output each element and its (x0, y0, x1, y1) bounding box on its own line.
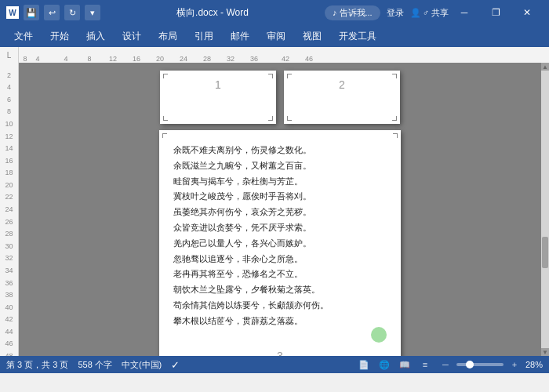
ruler-tick-v: 14 (0, 145, 18, 152)
undo-button[interactable]: ↩ (44, 5, 60, 20)
text-line: 冀枝叶之峻茂兮，愿俟时乎吾将刈。 (173, 189, 387, 205)
ruler-tick-v: 26 (0, 218, 18, 225)
menu-file[interactable]: 文件 (6, 27, 41, 46)
ruler-area: L 8448121620242832364246 (0, 47, 549, 63)
scroll-thumb[interactable] (542, 237, 548, 268)
ruler-tick-v: 18 (0, 169, 18, 176)
text-line: 余既滋兰之九畹兮，又树蕙之百亩。 (173, 158, 387, 174)
ruler-tick-v: 24 (0, 206, 18, 213)
corner-marker-tl (163, 74, 168, 78)
zoom-bar: ─ + 28% (438, 358, 543, 372)
view-read-button[interactable]: 📖 (397, 358, 413, 372)
scroll-down-button[interactable]: ▼ (541, 348, 549, 356)
ruler-tick-v: 44 (0, 328, 18, 335)
text-line: 众皆竞进以贪婪兮，凭不厌乎求索。 (173, 220, 387, 236)
page-number-1: 1 (160, 71, 276, 95)
corner-marker-tr (392, 74, 397, 78)
ruler-tick-v: 4 (0, 84, 18, 91)
ruler-tick: 32 (227, 56, 235, 63)
ruler-tick: 8 (23, 56, 27, 63)
menu-view[interactable]: 视图 (295, 27, 329, 46)
user-button[interactable]: 👤 ♂ 共享 (410, 7, 449, 19)
page-number-2: 2 (284, 71, 400, 95)
corner-marker-tl (162, 133, 167, 138)
ruler-tick: 20 (156, 56, 164, 63)
text-line: 羌内恕己以量人兮，各兴心而嫉妒。 (173, 236, 387, 252)
page-3-content: 余既不难夫离别兮，伤灵修之数化。余既滋兰之九畹兮，又树蕙之百亩。畦留夷与揭车兮，… (159, 130, 401, 342)
ruler-tick-v: 10 (0, 120, 18, 127)
login-button[interactable]: 登录 (387, 7, 404, 19)
zoom-in-button[interactable]: + (507, 358, 522, 372)
corner-marker-bl (163, 116, 168, 121)
text-line: 忽驰骛以追逐兮，非余心之所急。 (173, 252, 387, 267)
ruler-tick-v: 20 (0, 181, 18, 188)
menu-developer[interactable]: 开发工具 (331, 27, 384, 46)
save-button[interactable]: 💾 (24, 5, 39, 20)
view-print-button[interactable]: 📄 (356, 358, 372, 372)
view-web-button[interactable]: 🌐 (376, 358, 392, 372)
ruler-tick-v: 12 (0, 132, 18, 140)
minimize-button[interactable]: ─ (449, 0, 480, 25)
title-bar: W 💾 ↩ ↻ ▾ 横向.docx - Word ♪ 告诉我... 登录 👤 ♂… (0, 0, 549, 25)
zoom-slider[interactable] (456, 363, 504, 366)
view-outline-button[interactable]: ≡ (417, 358, 433, 372)
ruler-tick-v: 34 (0, 267, 18, 274)
ruler-tick-v: 36 (0, 279, 18, 286)
menu-layout[interactable]: 布局 (151, 27, 185, 46)
main-area: 2468101214161820222426283032343638404244… (0, 63, 549, 356)
restore-button[interactable]: ❐ (480, 0, 511, 25)
share-button[interactable]: ♂ 共享 (423, 7, 449, 19)
window-title: 横向.docx - Word (100, 6, 325, 20)
customize-qat-button[interactable]: ▾ (85, 5, 100, 20)
ruler-tick: 42 (282, 56, 289, 63)
ruler-tick: 28 (203, 56, 211, 63)
menu-home[interactable]: 开始 (42, 27, 77, 46)
title-left-controls: W 💾 ↩ ↻ ▾ (6, 5, 100, 20)
menu-design[interactable]: 设计 (115, 27, 149, 46)
zoom-out-button[interactable]: ─ (438, 358, 453, 372)
page-row-top: 1 2 (160, 71, 400, 124)
close-button[interactable]: ✕ (511, 0, 543, 25)
word-icon: W (6, 6, 19, 19)
document-canvas[interactable]: 1 2 余既不难夫离别兮，伤灵修之数化。余既滋兰之九畹兮，又树蕙之百亩。畦留夷与… (19, 63, 541, 356)
word-count: 558 个字 (78, 359, 111, 371)
menu-review[interactable]: 审阅 (259, 27, 293, 46)
ruler-corner: L (0, 47, 19, 63)
redo-button[interactable]: ↻ (64, 5, 80, 20)
corner-marker-bl (287, 116, 292, 121)
page-2: 2 (284, 71, 400, 124)
page-1: 1 (160, 71, 276, 124)
ruler-corner-label: L (7, 51, 12, 60)
tell-me-button[interactable]: ♪ 告诉我... (325, 5, 380, 20)
zoom-thumb (466, 361, 474, 368)
text-line: 老冉再其将至兮，恐修名之不立。 (173, 267, 387, 282)
ruler-tick: 46 (305, 56, 313, 63)
title-right-actions: ♪ 告诉我... 登录 👤 ♂ 共享 (325, 5, 449, 20)
ruler-tick-v: 16 (0, 157, 18, 164)
menu-mailings[interactable]: 邮件 (223, 27, 257, 46)
ruler-tick-v: 2 (0, 71, 18, 78)
ruler-tick: 24 (180, 56, 187, 63)
ruler-tick: 16 (133, 56, 140, 63)
scroll-up-button[interactable]: ▲ (541, 63, 549, 71)
ruler-tick-v: 8 (0, 108, 18, 115)
menu-references[interactable]: 引用 (187, 27, 221, 46)
text-line: 虽萎绝其亦何伤兮，哀众芳之芜秽。 (173, 205, 387, 220)
scroll-track[interactable] (541, 71, 549, 348)
spell-check-icon[interactable]: ✓ (171, 359, 180, 371)
corner-marker-tr (393, 133, 398, 138)
ruler-tick-v: 30 (0, 242, 18, 249)
vertical-scrollbar[interactable]: ▲ ▼ (541, 63, 549, 356)
ruler-tick: 36 (250, 56, 258, 63)
corner-marker-br (392, 116, 397, 121)
status-bar: 第 3 页，共 3 页 558 个字 中文(中国) ✓ 📄 🌐 📖 ≡ ─ + … (0, 356, 549, 373)
horizontal-ruler: 8448121620242832364246 (19, 47, 549, 63)
ruler-tick-v: 40 (0, 303, 18, 310)
ruler-tick-v: 38 (0, 292, 18, 299)
text-line: 苟余情其信姱以练要兮，长顑颔亦何伤。 (173, 298, 387, 314)
corner-marker-tr (268, 74, 273, 78)
language: 中文(中国) (122, 359, 162, 371)
ruler-tick-v: 48 (0, 353, 18, 357)
ruler-tick-v: 28 (0, 230, 18, 238)
menu-insert[interactable]: 插入 (78, 27, 113, 46)
